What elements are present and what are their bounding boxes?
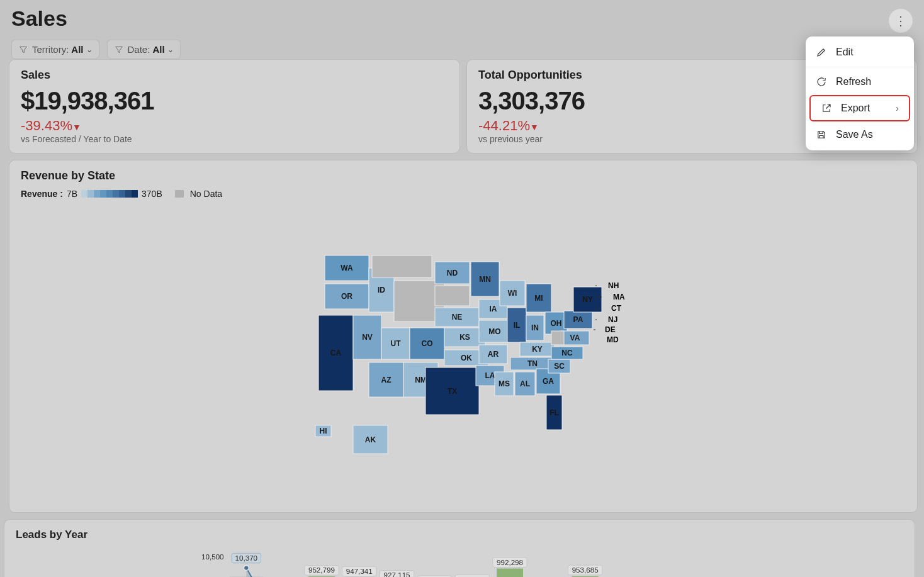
filter-icon: [114, 45, 124, 55]
map-legend: Revenue : 7B 370B No Data: [21, 189, 906, 199]
save-icon: [816, 129, 827, 140]
down-triangle-icon: ▼: [72, 122, 81, 132]
filter-icon: [18, 45, 28, 55]
kebab-icon: ⋮: [894, 14, 907, 27]
svg-text:ND: ND: [447, 269, 458, 277]
svg-text:NV: NV: [362, 333, 373, 342]
svg-text:ID: ID: [378, 286, 385, 294]
kpi-delta: -39.43%▼: [21, 118, 448, 134]
svg-text:NM: NM: [415, 376, 427, 384]
chevron-down-icon: ⌄: [167, 45, 174, 54]
filter-territory[interactable]: Territory: All ⌄: [11, 40, 99, 59]
down-triangle-icon: ▼: [530, 122, 539, 132]
more-options-button[interactable]: ⋮: [889, 9, 913, 33]
section-title: Leads by Year: [16, 529, 903, 541]
svg-text:SC: SC: [554, 362, 565, 371]
svg-text:FL: FL: [549, 408, 559, 417]
svg-text:MI: MI: [534, 294, 543, 303]
svg-text:MS: MS: [499, 379, 510, 388]
kpi-row: Sales $19,938,361 -39.43%▼ vs Forecasted…: [9, 59, 918, 154]
right-column: Leads by Year 8,0008,5009,0009,50010,000…: [0, 519, 924, 577]
context-menu: Edit Refresh Export › Save As: [806, 36, 914, 150]
nodata-swatch: [175, 190, 184, 198]
svg-text:10,370: 10,370: [235, 554, 258, 562]
svg-point-152: [244, 566, 249, 571]
menu-item-label: Save As: [836, 129, 873, 140]
export-icon: [821, 103, 832, 114]
section-title: Revenue by State: [21, 169, 906, 182]
kpi-label: Sales: [21, 69, 448, 82]
svg-text:MN: MN: [479, 275, 491, 284]
menu-item-save-as[interactable]: Save As: [806, 123, 914, 147]
svg-text:NE: NE: [452, 313, 463, 322]
svg-text:WA: WA: [341, 264, 353, 272]
header: Sales ⋮ Edit Refresh Export › Save As Te…: [0, 0, 924, 59]
svg-text:10,500: 10,500: [201, 552, 224, 561]
svg-text:MO: MO: [488, 327, 500, 336]
page-title: Sales: [11, 6, 913, 31]
svg-text:MD: MD: [607, 335, 619, 344]
svg-rect-69: [551, 331, 564, 345]
svg-text:NY: NY: [582, 295, 593, 304]
svg-rect-18: [372, 255, 432, 277]
menu-item-label: Export: [841, 103, 870, 114]
menu-item-label: Refresh: [836, 76, 871, 87]
kpi-value: $19,938,361: [21, 87, 448, 115]
svg-text:LA: LA: [485, 371, 495, 380]
leads-chart[interactable]: 8,0008,5009,0009,50010,00010,5000100,000…: [16, 545, 903, 577]
kpi-sub: vs Forecasted / Year to Date: [21, 134, 448, 144]
svg-text:OH: OH: [551, 319, 562, 328]
svg-text:OR: OR: [341, 292, 352, 301]
svg-text:927,115: 927,115: [384, 571, 410, 577]
filter-label: Territory:: [32, 44, 69, 55]
menu-item-export[interactable]: Export ›: [809, 95, 910, 121]
svg-text:TN: TN: [527, 359, 538, 368]
svg-text:AR: AR: [488, 350, 499, 359]
svg-text:KY: KY: [532, 345, 543, 354]
leads-by-year-card: Leads by Year 8,0008,5009,0009,50010,000…: [4, 519, 915, 577]
svg-text:953,685: 953,685: [572, 566, 599, 574]
svg-text:UT: UT: [391, 339, 402, 348]
svg-text:992,298: 992,298: [497, 558, 523, 566]
svg-text:VA: VA: [570, 333, 580, 342]
menu-item-label: Edit: [836, 47, 854, 58]
svg-text:IA: IA: [490, 305, 497, 313]
svg-text:952,799: 952,799: [308, 566, 335, 574]
svg-text:AL: AL: [520, 379, 530, 388]
chevron-right-icon: ›: [896, 103, 899, 113]
left-column: Sales $19,938,361 -39.43%▼ vs Forecasted…: [0, 59, 924, 519]
filter-date[interactable]: Date: All ⌄: [107, 40, 181, 59]
svg-text:IN: IN: [531, 323, 539, 332]
svg-text:NJ: NJ: [608, 315, 617, 324]
svg-text:947,341: 947,341: [346, 567, 373, 575]
svg-text:CO: CO: [422, 339, 433, 348]
svg-text:CT: CT: [611, 304, 622, 313]
svg-text:AZ: AZ: [381, 376, 392, 384]
svg-text:TX: TX: [448, 387, 457, 396]
svg-text:KS: KS: [459, 333, 470, 342]
svg-text:AK: AK: [365, 435, 376, 444]
chevron-down-icon: ⌄: [86, 45, 93, 54]
filter-bar: Territory: All ⌄ Date: All ⌄: [11, 40, 913, 59]
gradient-legend: [81, 190, 138, 198]
us-map[interactable]: WAORIDCANVUTAZNMCONDNEKSOKTXMNIAMOARLAWI…: [21, 237, 906, 501]
svg-text:PA: PA: [573, 315, 583, 324]
filter-value: All: [71, 44, 83, 55]
svg-rect-132: [497, 569, 523, 577]
svg-rect-22: [435, 286, 470, 306]
svg-text:GA: GA: [543, 377, 554, 386]
svg-text:WI: WI: [508, 289, 517, 298]
svg-text:NH: NH: [608, 281, 619, 290]
revenue-by-state-card: Revenue by State Revenue : 7B 370B No Da…: [9, 160, 918, 513]
svg-text:MA: MA: [613, 293, 625, 301]
menu-item-edit[interactable]: Edit: [806, 40, 914, 64]
pencil-icon: [816, 47, 827, 58]
menu-divider: [806, 67, 914, 67]
kpi-sales: Sales $19,938,361 -39.43%▼ vs Forecasted…: [9, 59, 460, 154]
svg-text:CA: CA: [330, 349, 342, 357]
svg-text:OK: OK: [461, 354, 472, 362]
menu-item-refresh[interactable]: Refresh: [806, 70, 914, 94]
filter-label: Date:: [128, 44, 150, 55]
refresh-icon: [816, 76, 827, 87]
filter-value: All: [152, 44, 164, 55]
